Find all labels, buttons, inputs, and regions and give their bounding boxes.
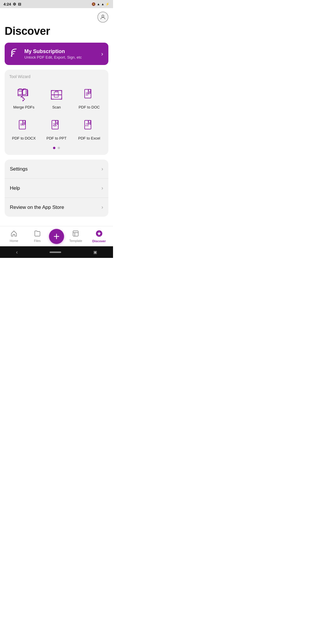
nav-files[interactable]: Files	[26, 228, 49, 244]
home-icon	[10, 230, 17, 238]
header-row	[5, 12, 108, 23]
nav-home[interactable]: Home	[2, 228, 26, 244]
discover-icon	[95, 230, 103, 238]
settings-icon: ⚙	[13, 2, 16, 6]
clipboard-icon: ⊟	[18, 2, 21, 6]
review-chevron-icon: ›	[101, 204, 103, 210]
tool-pdf-to-excel[interactable]: PDF to Excel	[73, 115, 105, 143]
wifi-icon: ▲	[97, 2, 100, 6]
pagination-dot-2[interactable]	[58, 147, 60, 149]
subscription-banner[interactable]: My Subscription Unlock PDF Edit, Export,…	[5, 43, 108, 65]
subscription-chevron-icon: ›	[101, 50, 103, 57]
subscription-subtitle: Unlock PDF Edit, Export, Sign, etc	[24, 55, 82, 59]
pdf-to-docx-icon	[16, 119, 31, 134]
nav-discover[interactable]: Discover	[88, 228, 111, 245]
pdf-to-ppt-icon	[49, 119, 64, 134]
tool-wizard-label: Tool Wizard	[8, 74, 105, 79]
pagination-dots	[8, 147, 105, 149]
pdf-to-doc-icon	[82, 88, 97, 103]
svg-rect-19	[85, 120, 91, 129]
svg-point-1	[11, 55, 12, 57]
scan-label: Scan	[52, 105, 61, 109]
tool-pdf-to-ppt[interactable]: PDF to PPT	[41, 115, 72, 143]
tool-pdf-to-doc[interactable]: PDF to DOC	[73, 84, 105, 112]
tool-pdf-to-docx[interactable]: PDF to DOCX	[8, 115, 40, 143]
files-icon	[34, 230, 41, 238]
main-content: Discover My Subscription Unlock PDF Edit…	[0, 8, 113, 226]
tool-grid: Merge PDFs	[8, 84, 105, 143]
merge-pdfs-icon	[16, 88, 31, 103]
home-button[interactable]	[50, 252, 61, 253]
review-item[interactable]: Review on the App Store ›	[5, 198, 108, 217]
signal-icon: ▲	[101, 2, 104, 6]
status-bar: 4:24 ⚙ ⊟ 🔕 ▲ ▲ ⚡	[0, 0, 113, 8]
bottom-nav: Home Files Template	[0, 226, 113, 246]
pdf-to-docx-label: PDF to DOCX	[12, 136, 36, 140]
help-item[interactable]: Help ›	[5, 179, 108, 198]
svg-rect-17	[52, 120, 58, 129]
help-label: Help	[10, 185, 20, 191]
settings-chevron-icon: ›	[101, 166, 103, 172]
settings-label: Settings	[10, 166, 28, 172]
recents-button[interactable]: ▣	[93, 250, 97, 254]
pdf-to-excel-label: PDF to Excel	[78, 136, 100, 140]
mute-icon: 🔕	[92, 2, 96, 6]
battery-icon: ⚡	[105, 2, 110, 6]
subscription-title: My Subscription	[24, 48, 82, 55]
pdf-to-ppt-label: PDF to PPT	[46, 136, 66, 140]
svg-rect-27	[73, 231, 78, 236]
pdf-to-doc-label: PDF to DOC	[79, 105, 100, 109]
tool-wizard-card: Tool Wizard	[5, 70, 108, 155]
svg-point-0	[102, 15, 104, 17]
status-time: 4:24	[3, 2, 11, 6]
pagination-dot-1[interactable]	[53, 147, 55, 149]
profile-button[interactable]	[97, 12, 108, 23]
add-fab-button[interactable]	[49, 229, 64, 244]
tool-merge-pdfs[interactable]: Merge PDFs	[8, 84, 40, 112]
help-chevron-icon: ›	[101, 185, 103, 191]
svg-rect-10	[85, 89, 91, 98]
nav-template[interactable]: Template	[64, 228, 88, 244]
svg-rect-14	[19, 120, 26, 129]
menu-card: Settings › Help › Review on the App Stor…	[5, 160, 108, 217]
discover-label: Discover	[92, 239, 106, 243]
template-icon	[72, 230, 79, 238]
home-label: Home	[10, 239, 18, 243]
template-label: Template	[69, 239, 82, 243]
settings-item[interactable]: Settings ›	[5, 160, 108, 179]
scan-icon	[49, 88, 64, 103]
tool-scan[interactable]: Scan	[41, 84, 72, 112]
review-label: Review on the App Store	[10, 205, 64, 210]
page-title: Discover	[5, 25, 108, 37]
pdf-to-excel-icon	[82, 119, 97, 134]
subscription-icon	[10, 48, 20, 60]
back-button[interactable]: ‹	[16, 249, 18, 255]
merge-pdfs-label: Merge PDFs	[13, 105, 34, 109]
android-nav-bar: ‹ ▣	[0, 246, 113, 258]
files-label: Files	[34, 239, 41, 243]
